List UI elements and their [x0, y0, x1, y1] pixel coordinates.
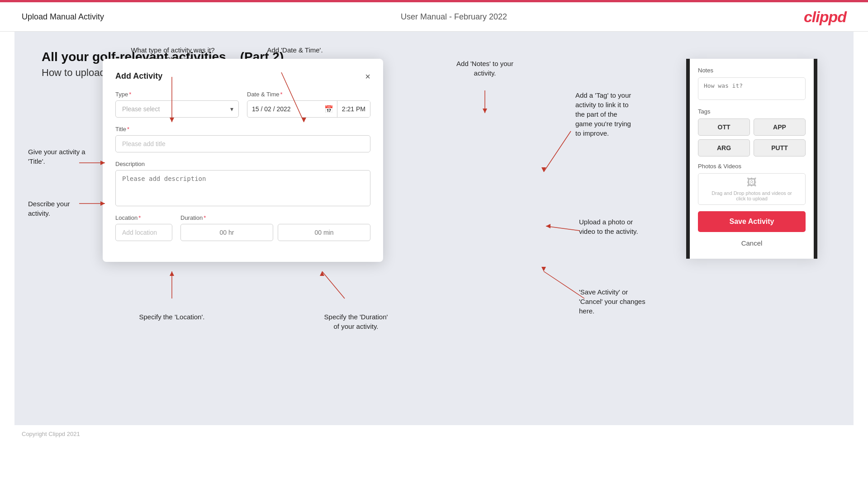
callout-location: Specify the 'Location'.	[127, 312, 217, 322]
tags-grid: OTT APP ARG PUTT	[698, 118, 806, 156]
date-value[interactable]: 15 / 02 / 2022	[247, 101, 321, 117]
location-input[interactable]	[115, 224, 172, 241]
svg-line-18	[544, 271, 584, 298]
notes-input[interactable]	[698, 77, 806, 100]
tag-putt[interactable]: PUTT	[754, 139, 806, 156]
footer: Copyright Clippd 2021	[0, 425, 868, 443]
title-group: Title*	[115, 126, 370, 152]
add-activity-dialog: Add Activity × Type* Please select ▾	[103, 59, 383, 262]
duration-min-input[interactable]	[278, 224, 370, 241]
svg-line-16	[546, 226, 580, 231]
description-label: Description	[115, 161, 370, 167]
svg-line-10	[322, 271, 345, 298]
location-label: Location*	[115, 214, 172, 221]
dialog-wrapper: Add Activity × Type* Please select ▾	[103, 59, 383, 262]
tag-arg[interactable]: ARG	[698, 139, 750, 156]
callout-title: Give your activity a 'Title'.	[28, 147, 94, 166]
tag-app[interactable]: APP	[754, 118, 806, 136]
title-field-label: Title*	[115, 126, 370, 133]
top-bar: Upload Manual Activity User Manual - Feb…	[0, 0, 868, 32]
svg-marker-11	[320, 271, 324, 276]
callout-date-time: Add 'Date & Time'.	[259, 45, 331, 55]
callout-save: 'Save Activity' or 'Cancel' your changes…	[579, 287, 678, 316]
duration-label: Duration*	[180, 214, 370, 221]
svg-marker-19	[541, 267, 546, 271]
right-panel: Notes Tags OTT APP ARG PUTT Photos & Vid…	[627, 32, 854, 259]
svg-marker-17	[546, 224, 550, 228]
datetime-group: Date & Time* 15 / 02 / 2022 📅 2:21 PM	[247, 91, 370, 118]
type-group: Type* Please select ▾	[115, 91, 239, 118]
time-value[interactable]: 2:21 PM	[337, 101, 370, 117]
phone-modal: Notes Tags OTT APP ARG PUTT Photos & Vid…	[686, 59, 817, 259]
image-icon: 🖼	[747, 177, 757, 189]
dialog-title: Add Activity	[115, 71, 162, 81]
description-group: Description	[115, 161, 370, 206]
dialog-header: Add Activity ×	[115, 71, 370, 81]
type-label: Type*	[115, 91, 239, 98]
type-select[interactable]: Please select	[115, 100, 239, 118]
cancel-button[interactable]: Cancel	[698, 237, 806, 250]
svg-marker-15	[541, 167, 546, 172]
tag-ott[interactable]: OTT	[698, 118, 750, 136]
duration-group: Duration*	[180, 214, 370, 241]
main-content: All your golf-relevant activities... (Pa…	[14, 32, 854, 425]
copyright: Copyright Clippd 2021	[22, 431, 80, 437]
tags-section-label: Tags	[698, 108, 806, 115]
calendar-icon[interactable]: 📅	[321, 101, 337, 117]
notes-section-label: Notes	[698, 67, 806, 74]
close-button[interactable]: ×	[365, 72, 370, 81]
location-group: Location*	[115, 214, 172, 241]
photos-drop-zone[interactable]: 🖼 Drag and Drop photos and videos or cli…	[698, 173, 806, 205]
callout-duration: Specify the 'Duration' of your activity.	[299, 312, 413, 331]
form-row-2: Location* Duration*	[115, 214, 370, 241]
form-row-1: Type* Please select ▾ Date & Time* 15 /	[115, 91, 370, 118]
duration-hr-input[interactable]	[180, 224, 273, 241]
svg-marker-13	[483, 109, 487, 113]
page-title-left: Upload Manual Activity	[22, 12, 104, 22]
title-input[interactable]	[115, 135, 370, 152]
datetime-label: Date & Time*	[247, 91, 370, 98]
save-activity-button[interactable]: Save Activity	[698, 211, 806, 232]
logo: clippd	[804, 8, 846, 26]
callout-describe: Describe your activity.	[28, 199, 87, 218]
svg-marker-9	[170, 271, 174, 276]
callout-notes: Add 'Notes' to your activity.	[431, 59, 539, 78]
photos-drop-text: Drag and Drop photos and videos or click…	[711, 190, 792, 201]
duration-inputs	[180, 224, 370, 241]
page-title-center: User Manual - February 2022	[401, 12, 507, 22]
type-select-wrapper[interactable]: Please select ▾	[115, 100, 239, 118]
logo-text: clippd	[804, 8, 846, 26]
datetime-input-group[interactable]: 15 / 02 / 2022 📅 2:21 PM	[247, 100, 370, 118]
svg-line-14	[544, 131, 571, 172]
photos-section-label: Photos & Videos	[698, 163, 806, 170]
description-input[interactable]	[115, 170, 370, 206]
